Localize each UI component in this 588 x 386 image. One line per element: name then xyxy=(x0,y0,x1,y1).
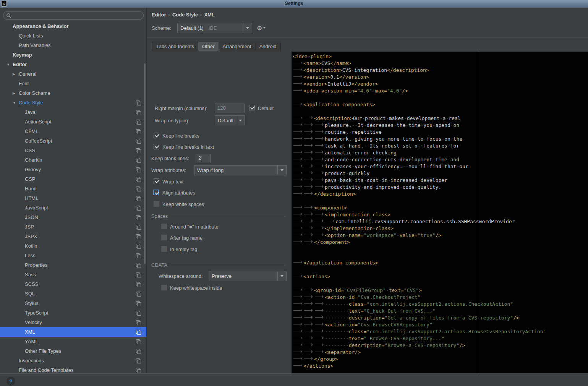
tab-android[interactable]: Android xyxy=(255,42,281,51)
copy-settings-icon xyxy=(136,206,141,211)
tab-whitespace-glyph xyxy=(314,143,325,148)
tab-whitespace-glyph xyxy=(293,349,303,354)
in-empty-tag-checkbox[interactable] xyxy=(161,246,167,252)
chevron-down-icon[interactable] xyxy=(277,271,286,281)
tab-whitespace-glyph xyxy=(314,177,325,182)
sidebar-item-gsp[interactable]: GSP xyxy=(0,174,146,184)
sidebar-item-jsp[interactable]: JSP xyxy=(0,222,146,232)
chevron-right-icon[interactable] xyxy=(13,72,19,76)
keep-whitespace-inside-checkbox[interactable] xyxy=(161,285,167,290)
copy-settings-icon xyxy=(136,339,141,344)
sidebar-item-less[interactable]: Less xyxy=(0,251,146,260)
chevron-down-icon[interactable] xyxy=(13,101,19,105)
scheme-value: Default (1) xyxy=(178,25,204,31)
right-margin-default-label: Default xyxy=(258,105,274,111)
chevron-down-icon[interactable] xyxy=(277,165,286,175)
chevron-down-icon[interactable] xyxy=(236,116,245,125)
sidebar-item-velocity[interactable]: Velocity xyxy=(0,318,146,327)
sidebar-item-font[interactable]: Font xyxy=(0,79,146,88)
sidebar-item-typescript[interactable]: TypeScript xyxy=(0,308,146,318)
scheme-select[interactable]: Default (1) IDE xyxy=(177,23,252,33)
wrap-on-typing-select[interactable]: Default xyxy=(215,115,245,125)
chevron-right-icon[interactable] xyxy=(13,91,19,95)
wrap-attributes-select[interactable]: Wrap if long xyxy=(194,165,287,175)
code-line: <description>CVS·integration</descriptio… xyxy=(293,67,588,74)
breadcrumb-code-style[interactable]: Code Style xyxy=(172,12,198,18)
copy-settings-icon xyxy=(136,358,141,363)
sidebar-item-label: Gherkin xyxy=(25,157,42,163)
chevron-down-icon[interactable] xyxy=(243,23,252,33)
tab-whitespace-glyph xyxy=(293,191,303,196)
sidebar-item-path-variables[interactable]: Path Variables xyxy=(0,41,146,50)
tab-whitespace-glyph xyxy=(303,342,314,347)
sidebar-item-label: Haml xyxy=(25,186,36,191)
tab-tabs-and-indents[interactable]: Tabs and Indents xyxy=(152,42,198,51)
after-tag-name-checkbox[interactable] xyxy=(161,235,167,240)
sidebar-item-code-style[interactable]: Code Style xyxy=(0,98,146,107)
code-line: com.intellij.cvsSupport2.connections.ssh… xyxy=(293,218,588,225)
keep-blank-lines-input[interactable]: 2 xyxy=(196,154,211,163)
sidebar-item-jspx[interactable]: JSPX xyxy=(0,232,146,241)
sidebar-item-sql[interactable]: SQL xyxy=(0,289,146,298)
sidebar-item-coffeescript[interactable]: CoffeeScript xyxy=(0,136,146,146)
sidebar-item-label: HTML xyxy=(25,195,38,201)
sidebar-item-label: Stylus xyxy=(25,300,38,306)
sidebar-item-general[interactable]: General xyxy=(0,69,146,79)
breadcrumb-editor[interactable]: Editor xyxy=(152,12,166,18)
tab-whitespace-glyph xyxy=(293,115,303,120)
keep-line-breaks-in-text-checkbox[interactable] xyxy=(154,144,159,149)
copy-settings-icon xyxy=(136,263,141,268)
sidebar-item-kotlin[interactable]: Kotlin xyxy=(0,241,146,251)
sidebar-item-stylus[interactable]: Stylus xyxy=(0,298,146,308)
sidebar-item-yaml[interactable]: YAML xyxy=(0,337,146,346)
sidebar-scrollbar[interactable] xyxy=(144,63,146,264)
sidebar-item-html[interactable]: HTML xyxy=(0,193,146,203)
tab-whitespace-glyph xyxy=(303,184,314,189)
sidebar-item-label: JSP xyxy=(25,224,34,230)
tab-whitespace-glyph xyxy=(293,67,303,72)
sidebar-item-json[interactable]: JSON xyxy=(0,212,146,222)
around-eq-in-attribute-label: Around "=" in attribute xyxy=(170,224,219,230)
copy-settings-icon xyxy=(136,272,141,277)
gear-icon[interactable]: ⚙ xyxy=(257,24,266,32)
align-attributes-checkbox[interactable] xyxy=(153,190,159,195)
sidebar-item-label: SQL xyxy=(25,291,35,297)
chevron-down-icon[interactable] xyxy=(6,63,13,66)
sidebar-item-gherkin[interactable]: Gherkin xyxy=(0,155,146,165)
sidebar-item-keymap[interactable]: Keymap xyxy=(0,50,146,60)
sidebar-item-java[interactable]: Java xyxy=(0,107,146,117)
right-margin-default-checkbox[interactable] xyxy=(249,105,255,110)
sidebar-item-cfml[interactable]: CFML xyxy=(0,127,146,136)
sidebar-item-sass[interactable]: Sass xyxy=(0,270,146,279)
sidebar-item-color-scheme[interactable]: Color Scheme xyxy=(0,88,146,98)
sidebar-item-quick-lists[interactable]: Quick Lists xyxy=(0,31,146,41)
search-input[interactable] xyxy=(3,11,144,20)
keep-line-breaks-checkbox[interactable] xyxy=(154,133,159,138)
sidebar-item-actionscript[interactable]: ActionScript xyxy=(0,117,146,127)
sidebar-item-haml[interactable]: Haml xyxy=(0,184,146,193)
wrap-text-checkbox[interactable] xyxy=(154,178,159,184)
sidebar-item-appearance-behavior[interactable]: Appearance & Behavior xyxy=(0,21,146,31)
sidebar-item-editor[interactable]: Editor xyxy=(0,60,146,69)
code-line: <group·id="CvsFileGroup"·text="CVS"> xyxy=(293,287,588,294)
sidebar-item-other-file-types[interactable]: Other File Types xyxy=(0,346,146,356)
sidebar-item-scss[interactable]: SCSS xyxy=(0,279,146,289)
sidebar-item-xml[interactable]: XML xyxy=(0,327,146,337)
keep-white-spaces-checkbox[interactable] xyxy=(154,201,159,207)
sidebar-item-properties[interactable]: Properties xyxy=(0,260,146,270)
tab-whitespace-glyph xyxy=(293,294,303,299)
code-line: <version>0.1</version> xyxy=(293,74,588,81)
whitespace-around-select[interactable]: Preserve xyxy=(209,271,287,281)
tab-arrangement[interactable]: Arrangement xyxy=(219,42,255,51)
copy-settings-icon xyxy=(136,158,141,163)
tab-other[interactable]: Other xyxy=(198,42,219,51)
sidebar-item-javascript[interactable]: JavaScript xyxy=(0,203,146,212)
copy-settings-icon xyxy=(136,282,141,287)
sidebar-item-css[interactable]: CSS xyxy=(0,146,146,155)
sidebar-item-groovy[interactable]: Groovy xyxy=(0,165,146,174)
around-eq-in-attribute-checkbox[interactable] xyxy=(161,224,167,229)
sidebar-item-inspections[interactable]: Inspections xyxy=(0,356,146,365)
right-margin-input[interactable]: 120 xyxy=(215,104,245,113)
tab-whitespace-glyph xyxy=(293,129,303,134)
help-button[interactable]: ? xyxy=(6,377,15,386)
